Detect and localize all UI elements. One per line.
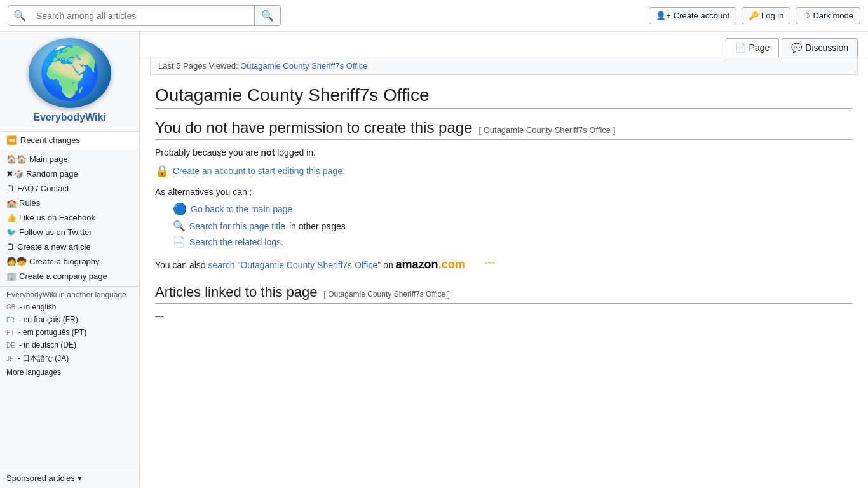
alternative-search-logs: 📄 Search the related logs. xyxy=(173,236,853,248)
permission-heading: You do not have permission to create thi… xyxy=(155,119,853,140)
login-button[interactable]: 🔑 Log in xyxy=(742,7,790,24)
permission-text-after: logged in. xyxy=(275,147,316,158)
sidebar-item-main-page[interactable]: 🏠🏠 Main page xyxy=(0,152,139,166)
top-bar: 🔍 🔍 👤+ Create account 🔑 Log in ☽ Dark mo… xyxy=(0,0,868,32)
site-logo xyxy=(29,38,111,108)
articles-linked-placeholder: --- xyxy=(155,311,853,322)
create-account-prompt: 🔒 Create an account to start editing thi… xyxy=(155,164,853,178)
sponsored-dropdown-icon: ▾ xyxy=(78,473,82,483)
lang-item-pt[interactable]: PT - em português (PT) xyxy=(0,326,139,339)
lang-item-more[interactable]: More languages xyxy=(0,366,139,379)
amazon-search-link[interactable]: search "Outagamie County Sheriff7s Offic… xyxy=(208,260,381,270)
search-page-title-link[interactable]: Search for this page title xyxy=(189,221,285,231)
recent-changes-icon: ⏪ xyxy=(6,135,17,145)
another-language-title: EverybodyWiki in another language xyxy=(0,287,139,301)
permission-heading-note: [ Outagamie County Sheriff7s Office ] xyxy=(478,125,615,135)
lang-item-de[interactable]: DE - in deutsch (DE) xyxy=(0,339,139,351)
dark-mode-button[interactable]: ☽ Dark mode xyxy=(796,7,860,24)
sidebar: EverybodyWiki ⏪ Recent changes 🏠🏠 Main p… xyxy=(0,32,140,488)
articles-linked-heading: Articles linked to this page [ Outagamie… xyxy=(155,284,853,304)
lang-item-en[interactable]: GB - in english xyxy=(0,301,139,313)
sidebar-item-create-biography[interactable]: 🧑🧒 Create a biography xyxy=(0,254,139,269)
login-label: Log in xyxy=(761,11,783,20)
amazon-section: You can also search "Outagamie County Sh… xyxy=(155,258,853,271)
alternatives-text: As alternatives you can : xyxy=(155,187,853,197)
breadcrumb-prefix: Last 5 Pages Viewed: xyxy=(158,61,238,71)
articles-linked-section: Articles linked to this page [ Outagamie… xyxy=(155,284,853,322)
search-related-logs-link[interactable]: Search the related logs. xyxy=(189,237,283,247)
go-back-main-page-link[interactable]: Go back to the main page xyxy=(191,204,292,214)
sidebar-item-rules[interactable]: 🏫 Rules xyxy=(0,196,139,210)
alternative-main-page: 🔵 Go back to the main page xyxy=(173,202,853,216)
recent-changes-link[interactable]: ⏪ Recent changes xyxy=(0,132,139,149)
search-form: 🔍 🔍 xyxy=(8,5,281,26)
amazon-text-middle: on xyxy=(383,260,395,270)
search-icon: 🔍 xyxy=(8,6,31,25)
search-title-icon: 🔍 xyxy=(173,220,186,232)
lang-item-ja[interactable]: JP - 日本語で (JA) xyxy=(0,351,139,366)
sidebar-item-facebook[interactable]: 👍 Like us on Facebook xyxy=(0,210,139,225)
articles-linked-heading-text: Articles linked to this page xyxy=(155,284,318,301)
sidebar-nav: 🏠🏠 Main page ✖🎲 Random page 🗒 FAQ / Cont… xyxy=(0,149,139,287)
create-account-link[interactable]: Create an account to start editing this … xyxy=(173,166,345,176)
dark-mode-label: Dark mode xyxy=(813,11,853,20)
top-actions: 👤+ Create account 🔑 Log in ☽ Dark mode xyxy=(649,7,860,24)
article-body: Outagamie County Sheriff7s Office You do… xyxy=(140,75,868,488)
create-account-button[interactable]: 👤+ Create account xyxy=(649,7,736,24)
alternative-search-title: 🔍 Search for this page title in other pa… xyxy=(173,220,853,232)
breadcrumb: Last 5 Pages Viewed: Outagamie County Sh… xyxy=(150,57,858,75)
tab-discussion[interactable]: 💬 Discussion xyxy=(782,38,858,57)
dark-mode-icon: ☽ xyxy=(803,11,810,20)
another-language-section: EverybodyWiki in another language GB - i… xyxy=(0,287,139,381)
recent-changes-label: Recent changes xyxy=(20,135,80,145)
logs-icon: 📄 xyxy=(173,236,186,248)
permission-text: Probably because you are not logged in. xyxy=(155,147,853,158)
lang-item-fr[interactable]: FR - en français (FR) xyxy=(0,313,139,326)
sidebar-item-create-article[interactable]: 🗒 Create a new article xyxy=(0,240,139,254)
tabs-bar: 📄 Page 💬 Discussion xyxy=(140,32,868,57)
layout: EverybodyWiki ⏪ Recent changes 🏠🏠 Main p… xyxy=(0,32,868,488)
sponsored-label: Sponsored articles xyxy=(6,473,75,483)
search-button[interactable]: 🔍 xyxy=(254,6,280,25)
permission-section: You do not have permission to create thi… xyxy=(155,119,853,271)
main-content: 📄 Page 💬 Discussion Last 5 Pages Viewed:… xyxy=(140,32,868,488)
article-title: Outagamie County Sheriff7s Office xyxy=(155,85,853,109)
permission-heading-text: You do not have permission to create thi… xyxy=(155,119,472,137)
alternatives-list: 🔵 Go back to the main page 🔍 Search for … xyxy=(155,202,853,248)
sponsored-articles[interactable]: Sponsored articles ▾ xyxy=(0,468,139,488)
sidebar-item-faq[interactable]: 🗒 FAQ / Contact xyxy=(0,181,139,196)
create-account-icon: 👤+ xyxy=(656,11,671,20)
sidebar-item-create-company[interactable]: 🏢 Create a company page xyxy=(0,269,139,283)
lock-icon: 🔒 xyxy=(155,164,169,178)
page-tab-label: Page xyxy=(749,43,770,53)
discussion-tab-icon: 💬 xyxy=(791,43,802,53)
tab-page[interactable]: 📄 Page xyxy=(726,38,780,57)
permission-text-bold: not xyxy=(261,147,275,158)
logo-area: EverybodyWiki xyxy=(0,32,139,132)
sidebar-item-twitter[interactable]: 🐦 Follow us on Twitter xyxy=(0,225,139,240)
articles-linked-note: [ Outagamie County Sheriff7s Office ] xyxy=(324,290,450,299)
discussion-tab-label: Discussion xyxy=(805,43,848,53)
language-list: GB - in english FR - en français (FR) PT… xyxy=(0,301,139,381)
breadcrumb-link[interactable]: Outagamie County Sheriff7s Office xyxy=(240,61,367,71)
permission-text-before: Probably because you are xyxy=(155,147,261,158)
site-title: EverybodyWiki xyxy=(33,111,106,127)
amazon-text-before: You can also xyxy=(155,260,208,270)
amazon-logo: amazon.com ~~~ xyxy=(396,258,496,271)
page-tab-icon: 📄 xyxy=(735,43,746,53)
search-page-title-suffix: in other pages xyxy=(289,221,346,231)
sidebar-item-random-page[interactable]: ✖🎲 Random page xyxy=(0,166,139,181)
main-page-icon: 🔵 xyxy=(173,202,187,216)
create-account-label: Create account xyxy=(674,11,729,20)
search-input[interactable] xyxy=(31,7,254,25)
login-icon: 🔑 xyxy=(749,11,759,20)
